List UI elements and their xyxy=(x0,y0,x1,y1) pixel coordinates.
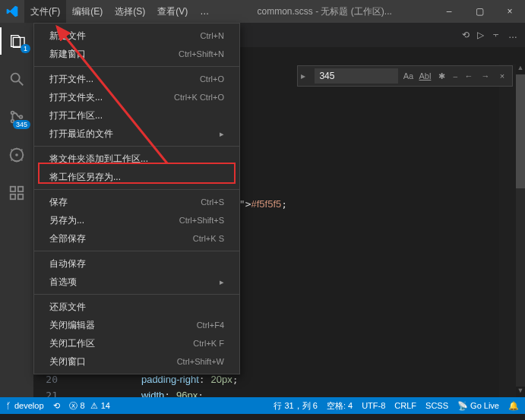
menu-edit[interactable]: 编辑(E) xyxy=(66,0,109,23)
scm-badge: 345 xyxy=(13,120,30,129)
svg-rect-6 xyxy=(11,187,15,191)
menu-item-16[interactable]: 首选项▸ xyxy=(34,273,239,291)
status-encoding[interactable]: UTF-8 xyxy=(362,401,385,410)
scroll-thumb[interactable] xyxy=(516,74,525,188)
title-bar: 文件(F) 编辑(E) 选择(S) 查看(V) … common.scss - … xyxy=(0,0,525,23)
menu-item-13[interactable]: 全部保存Ctrl+K S xyxy=(34,229,239,248)
status-eol[interactable]: CRLF xyxy=(394,401,416,410)
file-menu-dropdown: 新建文件Ctrl+N新建窗口Ctrl+Shift+N打开文件...Ctrl+O打… xyxy=(33,23,240,374)
window-min-button[interactable]: – xyxy=(434,0,464,23)
status-bar: ᚶ develop ⟲ ⓧ 8 ⚠ 14 行 31，列 6 空格: 4 UTF-… xyxy=(0,397,525,414)
tab-split-icon[interactable]: ⫟ xyxy=(492,30,501,40)
activity-extensions[interactable] xyxy=(0,179,33,207)
activity-bar: 1 345 xyxy=(0,23,33,397)
status-golive[interactable]: 📡 Go Live xyxy=(457,401,499,411)
svg-rect-7 xyxy=(18,187,23,191)
tab-more-icon[interactable]: … xyxy=(508,30,517,40)
find-case-icon[interactable]: Aa xyxy=(401,71,415,81)
tab-run-icon[interactable]: ▷ xyxy=(477,30,484,40)
menu-item-18[interactable]: 还原文件 xyxy=(34,298,239,316)
menu-item-4[interactable]: 打开文件夹...Ctrl+K Ctrl+O xyxy=(34,88,239,106)
status-lang[interactable]: SCSS xyxy=(425,401,448,410)
scroll-up-icon[interactable]: ▲ xyxy=(516,64,525,74)
find-close-icon[interactable]: × xyxy=(495,71,509,81)
menu-item-1[interactable]: 新建窗口Ctrl+Shift+N xyxy=(34,45,239,63)
find-count: – xyxy=(451,72,459,81)
menu-item-20[interactable]: 关闭工作区Ctrl+K F xyxy=(34,334,239,352)
find-prev-icon[interactable]: ← xyxy=(462,71,476,81)
find-widget[interactable]: ▸ Aa Abl ✱ – ← → × xyxy=(297,65,513,87)
scrollbar-v[interactable]: ▲ ▼ xyxy=(516,64,525,397)
menu-item-15[interactable]: 自动保存 xyxy=(34,254,239,273)
status-ln-col[interactable]: 行 31，列 6 xyxy=(274,400,317,412)
status-spaces[interactable]: 空格: 4 xyxy=(327,400,353,412)
menu-item-19[interactable]: 关闭编辑器Ctrl+F4 xyxy=(34,316,239,334)
vscode-icon xyxy=(0,5,24,17)
menu-item-5[interactable]: 打开工作区... xyxy=(34,106,239,125)
menu-item-21[interactable]: 关闭窗口Ctrl+Shift+W xyxy=(34,352,239,371)
window-max-button[interactable]: ▢ xyxy=(464,0,495,23)
find-regex-icon[interactable]: ✱ xyxy=(435,71,448,81)
svg-point-3 xyxy=(20,115,23,118)
menu-item-12[interactable]: 另存为...Ctrl+Shift+S xyxy=(34,211,239,229)
activity-scm[interactable]: 345 xyxy=(0,103,33,131)
find-word-icon[interactable]: Abl xyxy=(418,71,432,81)
explorer-badge: 1 xyxy=(21,44,30,53)
activity-debug[interactable] xyxy=(0,141,33,169)
window-close-button[interactable]: × xyxy=(495,0,525,23)
window-title: common.scss - 无标题 (工作区)... xyxy=(215,5,434,18)
status-branch[interactable]: ᚶ develop xyxy=(6,401,44,410)
find-input[interactable] xyxy=(315,68,398,84)
menu-view[interactable]: 查看(V) xyxy=(151,0,194,23)
menu-file[interactable]: 文件(F) xyxy=(24,0,66,23)
svg-rect-8 xyxy=(11,194,15,199)
activity-explorer[interactable]: 1 xyxy=(0,27,33,55)
tab-compare-icon[interactable]: ⟲ xyxy=(462,30,470,40)
scroll-down-icon[interactable]: ▼ xyxy=(516,387,525,397)
svg-point-1 xyxy=(11,112,14,115)
menu-item-8[interactable]: 将文件夹添加到工作区... xyxy=(34,150,239,168)
menu-item-6[interactable]: 打开最近的文件▸ xyxy=(34,125,239,143)
menu-item-11[interactable]: 保存Ctrl+S xyxy=(34,193,239,211)
minimap[interactable] xyxy=(499,64,516,397)
menu-item-9[interactable]: 将工作区另存为... xyxy=(34,168,239,186)
status-errors[interactable]: ⓧ 8 ⚠ 14 xyxy=(69,400,110,412)
status-sync[interactable]: ⟲ xyxy=(53,401,60,411)
menu-select[interactable]: 选择(S) xyxy=(109,0,151,23)
svg-point-5 xyxy=(16,154,17,156)
find-next-icon[interactable]: → xyxy=(479,71,492,81)
menu-more[interactable]: … xyxy=(194,0,215,23)
find-toggle-icon[interactable]: ▸ xyxy=(301,71,312,81)
menu-item-3[interactable]: 打开文件...Ctrl+O xyxy=(34,70,239,88)
activity-search[interactable] xyxy=(0,65,33,93)
menu-item-0[interactable]: 新建文件Ctrl+N xyxy=(34,27,239,45)
svg-point-0 xyxy=(11,74,20,82)
status-bell-icon[interactable]: 🔔 xyxy=(508,401,519,411)
svg-rect-9 xyxy=(18,194,23,199)
